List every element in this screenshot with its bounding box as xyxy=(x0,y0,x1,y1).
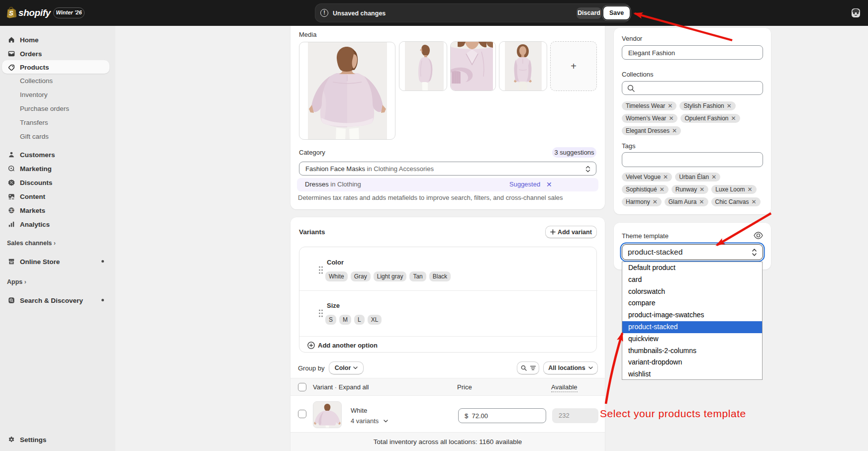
svg-text:S: S xyxy=(9,9,13,17)
svg-text:$: $ xyxy=(10,208,13,213)
